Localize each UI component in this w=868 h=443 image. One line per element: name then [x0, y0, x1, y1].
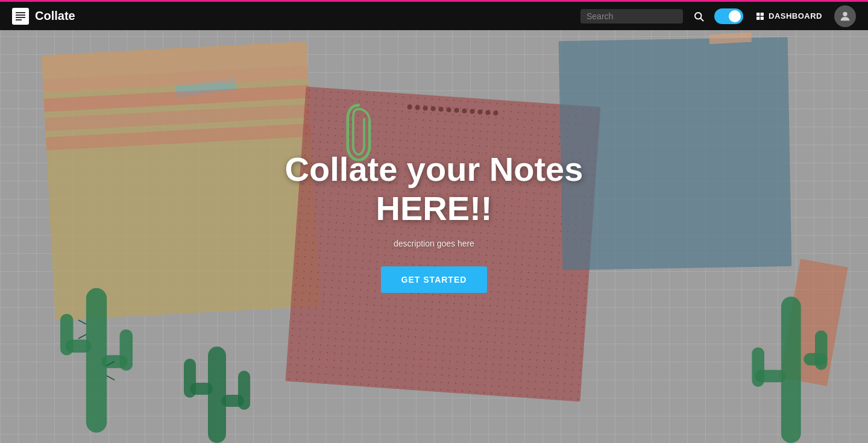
svg-rect-3	[16, 19, 22, 20]
toggle-slider	[714, 8, 743, 24]
svg-rect-7	[761, 13, 764, 16]
search-button[interactable]	[689, 7, 708, 26]
dark-mode-toggle[interactable]	[714, 8, 743, 24]
logo[interactable]: Collate	[12, 8, 75, 25]
svg-rect-1	[16, 14, 25, 16]
svg-rect-2	[16, 17, 25, 18]
hero-description: description goes here	[285, 239, 583, 248]
hero-content: Collate your Notes HERE!! description go…	[273, 138, 596, 305]
avatar-icon	[838, 10, 852, 23]
hero-section: Collate your Notes HERE!! description go…	[0, 0, 868, 443]
logo-icon	[12, 8, 29, 25]
navbar: Collate DASHBOARD	[0, 0, 868, 30]
dashboard-link[interactable]: DASHBOARD	[755, 11, 822, 21]
search-container	[580, 9, 683, 24]
svg-rect-0	[16, 12, 25, 13]
svg-rect-9	[761, 16, 764, 19]
dashboard-label: DASHBOARD	[769, 11, 822, 20]
svg-rect-8	[756, 16, 760, 19]
hero-title: Collate your Notes HERE!!	[285, 150, 583, 228]
get-started-button[interactable]: GET STARTED	[381, 266, 488, 293]
logo-text: Collate	[35, 9, 75, 23]
svg-point-10	[843, 11, 847, 16]
search-input[interactable]	[587, 11, 677, 21]
dashboard-icon	[755, 11, 765, 21]
svg-line-5	[700, 18, 703, 20]
user-avatar[interactable]	[834, 5, 856, 27]
hero-overlay: Collate your Notes HERE!! description go…	[0, 0, 868, 443]
search-icon	[693, 11, 704, 22]
svg-rect-6	[756, 13, 760, 16]
